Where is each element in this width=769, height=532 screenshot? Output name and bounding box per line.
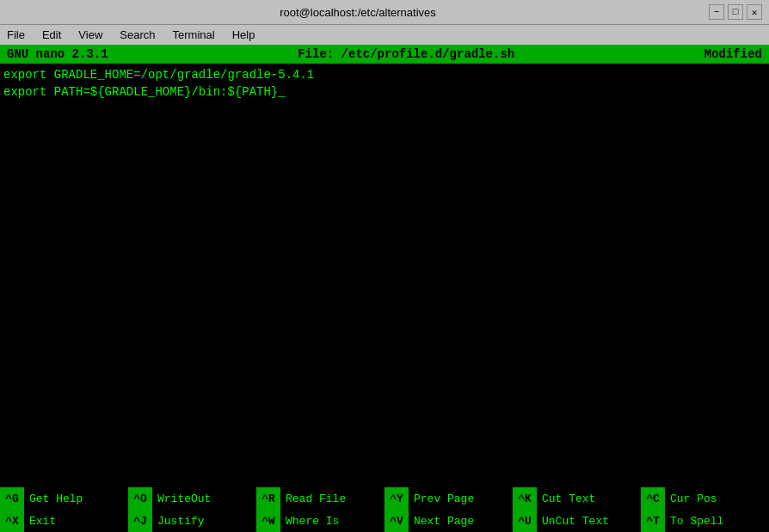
shortcut-key-y: ^Y (384, 487, 409, 510)
shortcut-key-u: ^U (513, 510, 537, 532)
shortcut-prev-page[interactable]: ^Y Prev Page (384, 487, 513, 510)
menu-terminal[interactable]: Terminal (169, 28, 218, 42)
shortcut-label-exit: Exit (24, 510, 128, 532)
shortcuts-bar: ^G Get Help ^O WriteOut ^R Read File ^Y … (0, 487, 769, 532)
shortcut-get-help[interactable]: ^G Get Help (0, 487, 128, 510)
menu-search[interactable]: Search (116, 28, 158, 42)
shortcut-label-cut-text: Cut Text (537, 487, 641, 510)
shortcut-exit[interactable]: ^X Exit (0, 510, 128, 532)
nano-version: GNU nano 2.3.1 (7, 47, 108, 61)
editor-line-1: export GRADLE_HOME=/opt/gradle/gradle-5.… (3, 67, 766, 84)
shortcut-writeout[interactable]: ^O WriteOut (128, 487, 256, 510)
shortcut-label-writeout: WriteOut (152, 487, 256, 510)
menu-edit[interactable]: Edit (39, 28, 65, 42)
shortcut-key-v: ^V (384, 510, 409, 532)
shortcut-key-j: ^J (128, 510, 152, 532)
shortcut-where-is[interactable]: ^W Where Is (256, 510, 384, 532)
shortcut-label-cur-pos: Cur Pos (665, 487, 769, 510)
shortcut-justify[interactable]: ^J Justify (128, 510, 256, 532)
shortcut-read-file[interactable]: ^R Read File (256, 487, 384, 510)
shortcut-key-w: ^W (256, 510, 280, 532)
window-controls: − □ ✕ (709, 4, 762, 20)
shortcut-key-g: ^G (0, 487, 24, 510)
shortcut-to-spell[interactable]: ^T To Spell (641, 510, 769, 532)
shortcut-key-r: ^R (256, 487, 280, 510)
shortcuts-row-1: ^G Get Help ^O WriteOut ^R Read File ^Y … (0, 487, 769, 510)
shortcut-cur-pos[interactable]: ^C Cur Pos (641, 487, 769, 510)
shortcut-key-x: ^X (0, 510, 24, 532)
shortcut-label-uncut-text: UnCut Text (537, 510, 641, 532)
shortcut-label-justify: Justify (152, 510, 256, 532)
shortcut-key-o: ^O (128, 487, 152, 510)
shortcut-key-t: ^T (641, 510, 665, 532)
shortcut-label-get-help: Get Help (24, 487, 128, 510)
shortcut-label-read-file: Read File (280, 487, 384, 510)
menu-file[interactable]: File (3, 28, 28, 42)
shortcut-label-to-spell: To Spell (665, 510, 769, 532)
shortcut-label-where-is: Where Is (280, 510, 384, 532)
shortcut-uncut-text[interactable]: ^U UnCut Text (513, 510, 641, 532)
menu-help[interactable]: Help (229, 28, 259, 42)
minimize-button[interactable]: − (709, 4, 724, 20)
close-button[interactable]: ✕ (747, 4, 762, 20)
window-title: root@localhost:/etc/alternatives (7, 6, 709, 19)
menu-bar: File Edit View Search Terminal Help (0, 24, 769, 45)
terminal-window: root@localhost:/etc/alternatives − □ ✕ F… (0, 0, 769, 532)
nano-filename: File: /etc/profile.d/gradle.sh (298, 47, 514, 61)
editor-area[interactable]: export GRADLE_HOME=/opt/gradle/gradle-5.… (0, 64, 769, 487)
nano-modified: Modified (704, 47, 762, 61)
title-bar: root@localhost:/etc/alternatives − □ ✕ (0, 0, 769, 24)
shortcut-label-prev-page: Prev Page (409, 487, 513, 510)
shortcut-key-k: ^K (513, 487, 537, 510)
shortcut-cut-text[interactable]: ^K Cut Text (513, 487, 641, 510)
shortcut-key-c: ^C (641, 487, 665, 510)
shortcut-next-page[interactable]: ^V Next Page (384, 510, 513, 532)
nano-status-bar: GNU nano 2.3.1 File: /etc/profile.d/grad… (0, 45, 769, 64)
menu-view[interactable]: View (75, 28, 106, 42)
shortcut-label-next-page: Next Page (409, 510, 513, 532)
shortcuts-row-2: ^X Exit ^J Justify ^W Where Is ^V Next P… (0, 510, 769, 532)
editor-line-2: export PATH=${GRADLE_HOME}/bin:${PATH}_ (3, 84, 766, 101)
maximize-button[interactable]: □ (728, 4, 743, 20)
